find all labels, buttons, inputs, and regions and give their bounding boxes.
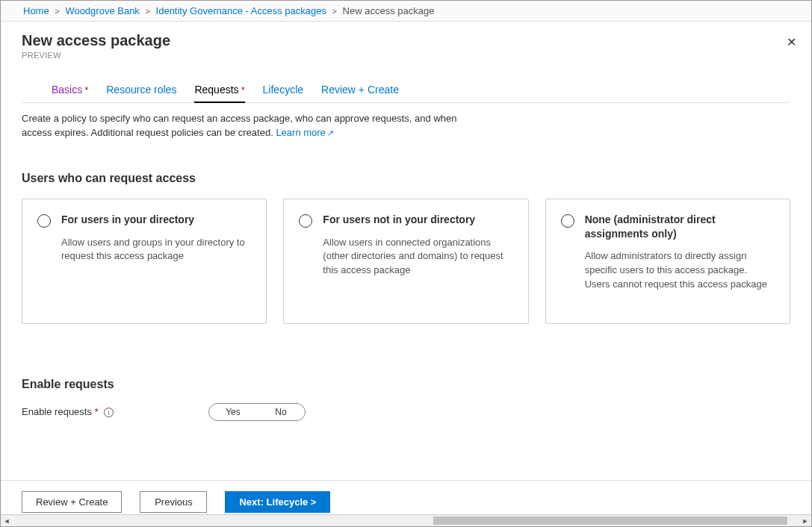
previous-button[interactable]: Previous: [140, 491, 207, 513]
scrollbar-track[interactable]: [13, 515, 799, 526]
radio-icon: [561, 214, 574, 228]
card-users-not-in-directory[interactable]: For users not in your directory Allow us…: [283, 199, 528, 324]
breadcrumb-home[interactable]: Home: [23, 5, 49, 16]
card-title: None (administrator direct assignments o…: [585, 213, 775, 241]
tab-resource-roles[interactable]: Resource roles: [106, 84, 176, 103]
breadcrumb-identity-governance[interactable]: Identity Governance - Access packages: [156, 5, 326, 16]
breadcrumb-current: New access package: [343, 5, 435, 16]
close-icon: ✕: [787, 36, 796, 49]
card-description: Allow administrators to directly assign …: [585, 249, 775, 292]
request-option-cards: For users in your directory Allow users …: [22, 199, 790, 324]
card-description: Allow users and groups in your directory…: [61, 236, 251, 264]
card-title: For users not in your directory: [323, 213, 512, 227]
scroll-left-arrow-icon[interactable]: ◄: [1, 517, 13, 525]
section-heading-users: Users who can request access: [22, 172, 790, 185]
tab-basics[interactable]: Basics: [52, 84, 88, 103]
review-create-button[interactable]: Review + Create: [22, 491, 122, 513]
enable-requests-toggle[interactable]: Yes No: [208, 403, 306, 421]
wizard-footer: Review + Create Previous Next: Lifecycle…: [1, 480, 811, 513]
info-icon[interactable]: i: [104, 408, 114, 417]
learn-more-label: Learn more: [276, 127, 325, 138]
toggle-yes[interactable]: Yes: [209, 404, 257, 420]
page-title: New access package: [22, 32, 790, 49]
toggle-no[interactable]: No: [257, 404, 305, 420]
page-subtitle: PREVIEW: [22, 51, 790, 60]
breadcrumb: Home > Woodgrove Bank > Identity Governa…: [1, 1, 811, 22]
card-title: For users in your directory: [61, 213, 251, 227]
enable-requests-row: Enable requests * i Yes No: [22, 403, 790, 421]
card-users-in-directory[interactable]: For users in your directory Allow users …: [22, 199, 267, 324]
enable-requests-label: Enable requests * i: [22, 406, 208, 417]
breadcrumb-woodgrove[interactable]: Woodgrove Bank: [65, 5, 140, 16]
radio-icon: [37, 214, 51, 228]
close-button[interactable]: ✕: [787, 35, 796, 49]
scrollbar-thumb[interactable]: [433, 517, 787, 525]
required-star: *: [95, 406, 99, 417]
chevron-right-icon: >: [332, 7, 337, 16]
scroll-right-arrow-icon[interactable]: ►: [799, 517, 811, 525]
learn-more-link[interactable]: Learn more↗: [276, 127, 333, 138]
horizontal-scrollbar[interactable]: ◄ ►: [1, 514, 811, 526]
radio-icon: [299, 214, 312, 228]
enable-requests-section: Enable requests Enable requests * i Yes …: [22, 378, 790, 421]
tab-requests[interactable]: Requests: [194, 84, 244, 103]
card-description: Allow users in connected organizations (…: [323, 236, 512, 278]
tab-lifecycle[interactable]: Lifecycle: [263, 84, 303, 103]
next-button[interactable]: Next: Lifecycle >: [225, 491, 330, 513]
tab-description: Create a policy to specify who can reque…: [22, 112, 485, 140]
card-none-admin-only[interactable]: None (administrator direct assignments o…: [545, 199, 790, 324]
enable-label-text: Enable requests: [22, 406, 92, 417]
chevron-right-icon: >: [146, 7, 150, 16]
chevron-right-icon: >: [55, 7, 59, 16]
tab-review-create[interactable]: Review + Create: [321, 84, 399, 103]
tab-content: Create a policy to specify who can reque…: [1, 103, 811, 436]
section-heading-enable: Enable requests: [22, 378, 790, 391]
page-header: New access package PREVIEW ✕: [1, 22, 811, 64]
external-link-icon: ↗: [327, 128, 334, 137]
description-text: Create a policy to specify who can reque…: [22, 113, 456, 138]
wizard-tabs: Basics Resource roles Requests Lifecycle…: [22, 64, 790, 103]
